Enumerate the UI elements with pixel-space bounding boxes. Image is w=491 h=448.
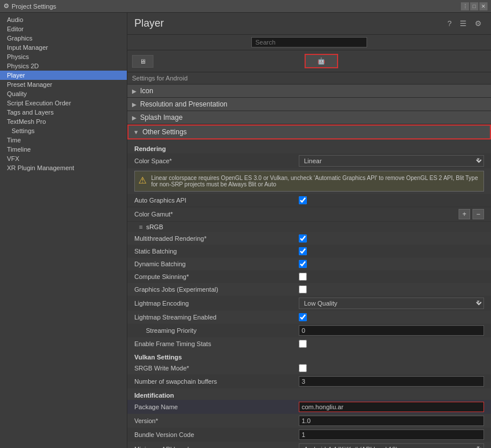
- icon-title: Icon: [140, 87, 153, 95]
- tab-monitor[interactable]: 🖥: [132, 55, 153, 68]
- title-bar-title: Project Settings: [12, 3, 461, 10]
- layout-icon-btn[interactable]: ☰: [457, 18, 469, 29]
- frame-timing-row: Enable Frame Timing Stats: [127, 337, 491, 350]
- lightmap-encoding-value: Low Quality: [299, 298, 484, 309]
- lightmap-encoding-select[interactable]: Low Quality: [299, 298, 484, 309]
- srgb-write-mode-row: SRGB Write Mode*: [127, 362, 491, 374]
- sidebar-item-tags-and-layers[interactable]: Tags and Layers: [0, 108, 127, 117]
- sidebar-item-time[interactable]: Time: [0, 135, 127, 145]
- section-splash[interactable]: ▶ Splash Image: [127, 111, 491, 124]
- sidebar-item-physics[interactable]: Physics: [0, 52, 127, 61]
- static-batching-checkbox[interactable]: [299, 247, 307, 255]
- section-other[interactable]: ▼ Other Settings: [127, 124, 491, 139]
- lightmap-encoding-label: Lightmap Encoding: [134, 300, 299, 307]
- lightmap-encoding-dropdown-wrapper: Low Quality: [299, 298, 484, 309]
- minimum-api-level-wrapper: Android 4.4 'KitKat' (API level 19): [299, 443, 484, 448]
- auto-graphics-value: [299, 196, 484, 204]
- bundle-version-code-input[interactable]: [299, 429, 484, 440]
- title-bar-icon: ⚙: [3, 2, 9, 10]
- multithreaded-row: Multithreaded Rendering*: [127, 232, 491, 245]
- section-resolution[interactable]: ▶ Resolution and Presentation: [127, 98, 491, 111]
- srgb-handle-icon: ≡: [139, 223, 142, 230]
- icon-arrow: ▶: [132, 88, 137, 94]
- srgb-write-mode-value: [299, 364, 484, 372]
- srgb-write-mode-label: SRGB Write Mode*: [134, 365, 299, 372]
- title-bar-close-btn[interactable]: ✕: [479, 2, 488, 10]
- sidebar-item-input-manager[interactable]: Input Manager: [0, 43, 127, 52]
- search-input[interactable]: [251, 37, 367, 47]
- version-row: Version*: [127, 414, 491, 428]
- package-name-row: Package Name: [127, 400, 491, 414]
- srgb-write-mode-checkbox[interactable]: [299, 364, 307, 372]
- version-label: Version*: [134, 417, 299, 424]
- title-bar-restore-btn[interactable]: □: [470, 2, 478, 10]
- dynamic-batching-checkbox[interactable]: [299, 260, 307, 268]
- sidebar-item-textmesh-pro[interactable]: TextMesh Pro: [0, 117, 127, 126]
- identification-title: Identification: [127, 388, 491, 400]
- sidebar-item-player[interactable]: Player: [0, 71, 127, 80]
- graphics-jobs-value: [299, 285, 484, 293]
- section-icon[interactable]: ▶ Icon: [127, 85, 491, 98]
- color-gamut-add-btn[interactable]: +: [459, 209, 470, 219]
- sidebar-item-graphics[interactable]: Graphics: [0, 34, 127, 43]
- package-name-input[interactable]: [299, 402, 484, 412]
- swapchain-buffers-input[interactable]: [299, 376, 484, 387]
- content-header: Player ? ☰ ⚙: [127, 13, 491, 35]
- page-title: Player: [134, 17, 164, 30]
- resolution-arrow: ▶: [132, 101, 137, 108]
- dynamic-batching-value: [299, 260, 484, 268]
- sidebar-item-script-execution-order[interactable]: Script Execution Order: [0, 98, 127, 108]
- streaming-priority-input[interactable]: [299, 325, 484, 336]
- title-bar-controls: ⋮ □ ✕: [461, 2, 488, 10]
- sidebar: Audio Editor Graphics Input Manager Phys…: [0, 13, 127, 448]
- swapchain-buffers-value: [299, 376, 484, 387]
- minimum-api-level-row: Minimum API Level Android 4.4 'KitKat' (…: [127, 442, 491, 448]
- auto-graphics-checkbox[interactable]: [299, 196, 307, 204]
- settings-icon-btn[interactable]: ⚙: [472, 18, 484, 29]
- color-space-select[interactable]: Linear: [299, 155, 484, 167]
- lightmap-streaming-checkbox[interactable]: [299, 313, 307, 321]
- rendering-title: Rendering: [127, 142, 491, 153]
- version-input[interactable]: [299, 416, 484, 426]
- title-bar-menu-btn[interactable]: ⋮: [461, 2, 469, 10]
- title-bar: ⚙ Project Settings ⋮ □ ✕: [0, 0, 491, 13]
- graphics-jobs-checkbox[interactable]: [299, 285, 307, 293]
- sidebar-item-xr-plugin-management[interactable]: XR Plugin Management: [0, 163, 127, 172]
- help-icon-btn[interactable]: ?: [445, 18, 454, 29]
- package-name-label: Package Name: [134, 403, 299, 410]
- frame-timing-checkbox[interactable]: [299, 340, 307, 348]
- sidebar-item-timeline[interactable]: Timeline: [0, 145, 127, 154]
- compute-skinning-checkbox[interactable]: [299, 273, 307, 281]
- lightmap-encoding-row: Lightmap Encoding Low Quality: [127, 296, 491, 311]
- settings-for-label: Settings for Android: [127, 72, 491, 85]
- other-title: Other Settings: [142, 128, 187, 136]
- header-icons: ? ☰ ⚙: [445, 18, 484, 29]
- swapchain-buffers-label: Number of swapchain buffers: [134, 378, 299, 385]
- auto-graphics-label: Auto Graphics API: [134, 197, 299, 204]
- splash-title: Splash Image: [140, 113, 182, 122]
- color-gamut-row: Color Gamut* + −: [127, 207, 491, 222]
- dynamic-batching-label: Dynamic Batching: [134, 260, 299, 267]
- color-gamut-remove-btn[interactable]: −: [472, 209, 484, 219]
- multithreaded-checkbox[interactable]: [299, 234, 307, 243]
- minimum-api-level-select[interactable]: Android 4.4 'KitKat' (API level 19): [299, 443, 484, 448]
- search-row: [127, 35, 491, 50]
- sidebar-item-editor[interactable]: Editor: [0, 24, 127, 34]
- graphics-jobs-label: Graphics Jobs (Experimental): [134, 286, 299, 293]
- other-settings-content: Rendering Color Space* Linear ⚠ Linear c…: [127, 139, 491, 448]
- sidebar-item-quality[interactable]: Quality: [0, 89, 127, 98]
- sidebar-item-preset-manager[interactable]: Preset Manager: [0, 80, 127, 89]
- warning-text: Linear colorspace requires OpenGL ES 3.0…: [151, 175, 480, 188]
- splash-arrow: ▶: [132, 115, 137, 121]
- sidebar-item-vfx[interactable]: VFX: [0, 154, 127, 163]
- minimum-api-level-label: Minimum API Level: [134, 446, 299, 448]
- android-icon: 🤖: [317, 57, 325, 65]
- color-gamut-buttons: + −: [459, 209, 484, 219]
- tab-android[interactable]: 🤖: [305, 54, 338, 68]
- lightmap-streaming-row: Lightmap Streaming Enabled: [127, 311, 491, 324]
- sidebar-item-settings[interactable]: Settings: [0, 126, 127, 135]
- sidebar-item-physics-2d[interactable]: Physics 2D: [0, 61, 127, 71]
- bundle-version-code-value: [299, 429, 484, 440]
- bundle-version-code-label: Bundle Version Code: [134, 431, 299, 438]
- sidebar-item-audio[interactable]: Audio: [0, 15, 127, 24]
